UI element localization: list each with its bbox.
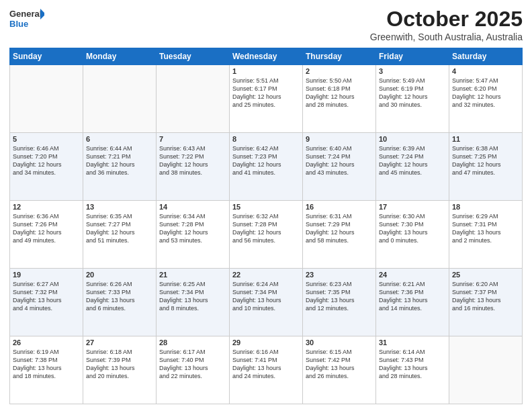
day-number: 23	[306, 271, 373, 279]
svg-text:General: General	[9, 9, 42, 19]
table-row: 9Sunrise: 6:40 AM Sunset: 7:24 PM Daylig…	[303, 133, 376, 201]
day-info: Sunrise: 6:36 AM Sunset: 7:26 PM Dayligh…	[13, 212, 80, 245]
day-info: Sunrise: 6:15 AM Sunset: 7:42 PM Dayligh…	[306, 348, 373, 381]
day-info: Sunrise: 5:51 AM Sunset: 6:17 PM Dayligh…	[232, 77, 300, 109]
day-number: 10	[379, 135, 446, 143]
day-info: Sunrise: 5:47 AM Sunset: 6:20 PM Dayligh…	[452, 77, 519, 109]
day-number: 18	[452, 203, 519, 211]
day-info: Sunrise: 6:26 AM Sunset: 7:33 PM Dayligh…	[86, 280, 153, 313]
day-number: 14	[159, 203, 226, 211]
calendar-week-row: 1Sunrise: 5:51 AM Sunset: 6:17 PM Daylig…	[10, 65, 523, 133]
table-row: 17Sunrise: 6:30 AM Sunset: 7:30 PM Dayli…	[376, 201, 449, 269]
day-number: 5	[13, 135, 80, 143]
day-number: 16	[306, 203, 373, 211]
calendar-header-row: Sunday Monday Tuesday Wednesday Thursday…	[10, 48, 523, 65]
day-number: 3	[379, 67, 446, 75]
table-row: 13Sunrise: 6:35 AM Sunset: 7:27 PM Dayli…	[83, 201, 157, 269]
day-info: Sunrise: 6:18 AM Sunset: 7:39 PM Dayligh…	[86, 348, 153, 381]
day-number: 4	[452, 67, 519, 75]
logo-svg: General Blue	[9, 7, 44, 31]
day-info: Sunrise: 6:42 AM Sunset: 7:23 PM Dayligh…	[232, 144, 300, 177]
table-row: 24Sunrise: 6:21 AM Sunset: 7:36 PM Dayli…	[376, 269, 449, 336]
day-number: 28	[159, 338, 226, 347]
table-row: 1Sunrise: 5:51 AM Sunset: 6:17 PM Daylig…	[230, 65, 303, 133]
svg-text:Blue: Blue	[9, 19, 28, 29]
table-row: 20Sunrise: 6:26 AM Sunset: 7:33 PM Dayli…	[83, 269, 157, 336]
logo: General Blue	[9, 7, 44, 31]
calendar-week-row: 5Sunrise: 6:46 AM Sunset: 7:20 PM Daylig…	[10, 133, 523, 201]
day-number: 29	[232, 338, 300, 347]
table-row: 25Sunrise: 6:20 AM Sunset: 7:37 PM Dayli…	[449, 269, 523, 336]
day-info: Sunrise: 6:40 AM Sunset: 7:24 PM Dayligh…	[306, 144, 373, 177]
day-info: Sunrise: 6:31 AM Sunset: 7:29 PM Dayligh…	[306, 212, 373, 245]
day-number: 27	[86, 338, 153, 347]
calendar-week-row: 26Sunrise: 6:19 AM Sunset: 7:38 PM Dayli…	[10, 336, 523, 404]
table-row: 21Sunrise: 6:25 AM Sunset: 7:34 PM Dayli…	[157, 269, 230, 336]
calendar-table: Sunday Monday Tuesday Wednesday Thursday…	[9, 48, 523, 404]
month-title: October 2025	[370, 7, 523, 32]
day-number: 12	[13, 203, 80, 211]
table-row: 8Sunrise: 6:42 AM Sunset: 7:23 PM Daylig…	[230, 133, 303, 201]
day-number: 19	[13, 271, 80, 279]
day-info: Sunrise: 6:29 AM Sunset: 7:31 PM Dayligh…	[452, 212, 519, 245]
col-monday: Monday	[83, 48, 157, 65]
day-info: Sunrise: 5:50 AM Sunset: 6:18 PM Dayligh…	[306, 77, 373, 109]
table-row: 26Sunrise: 6:19 AM Sunset: 7:38 PM Dayli…	[10, 336, 83, 404]
col-friday: Friday	[376, 48, 449, 65]
day-number: 7	[159, 135, 226, 143]
table-row	[449, 336, 523, 404]
header: General Blue October 2025 Greenwith, Sou…	[9, 7, 523, 42]
table-row: 23Sunrise: 6:23 AM Sunset: 7:35 PM Dayli…	[303, 269, 376, 336]
day-number: 15	[232, 203, 300, 211]
day-number: 31	[379, 338, 446, 347]
table-row: 14Sunrise: 6:34 AM Sunset: 7:28 PM Dayli…	[157, 201, 230, 269]
day-info: Sunrise: 6:46 AM Sunset: 7:20 PM Dayligh…	[13, 144, 80, 177]
calendar-week-row: 19Sunrise: 6:27 AM Sunset: 7:32 PM Dayli…	[10, 269, 523, 336]
day-number: 20	[86, 271, 153, 279]
day-info: Sunrise: 6:14 AM Sunset: 7:43 PM Dayligh…	[379, 348, 446, 381]
day-info: Sunrise: 6:25 AM Sunset: 7:34 PM Dayligh…	[159, 280, 226, 313]
table-row	[83, 65, 157, 133]
table-row: 5Sunrise: 6:46 AM Sunset: 7:20 PM Daylig…	[10, 133, 83, 201]
day-number: 8	[232, 135, 300, 143]
table-row: 6Sunrise: 6:44 AM Sunset: 7:21 PM Daylig…	[83, 133, 157, 201]
table-row: 12Sunrise: 6:36 AM Sunset: 7:26 PM Dayli…	[10, 201, 83, 269]
table-row: 2Sunrise: 5:50 AM Sunset: 6:18 PM Daylig…	[303, 65, 376, 133]
page: General Blue October 2025 Greenwith, Sou…	[0, 0, 532, 411]
day-info: Sunrise: 6:17 AM Sunset: 7:40 PM Dayligh…	[159, 348, 226, 381]
day-info: Sunrise: 6:27 AM Sunset: 7:32 PM Dayligh…	[13, 280, 80, 313]
table-row	[157, 65, 230, 133]
day-number: 22	[232, 271, 300, 279]
table-row: 4Sunrise: 5:47 AM Sunset: 6:20 PM Daylig…	[449, 65, 523, 133]
col-tuesday: Tuesday	[157, 48, 230, 65]
day-number: 6	[86, 135, 153, 143]
table-row	[10, 65, 83, 133]
table-row: 31Sunrise: 6:14 AM Sunset: 7:43 PM Dayli…	[376, 336, 449, 404]
day-number: 9	[306, 135, 373, 143]
location-subtitle: Greenwith, South Australia, Australia	[370, 32, 523, 42]
col-wednesday: Wednesday	[230, 48, 303, 65]
day-info: Sunrise: 6:44 AM Sunset: 7:21 PM Dayligh…	[86, 144, 153, 177]
day-number: 13	[86, 203, 153, 211]
day-info: Sunrise: 6:19 AM Sunset: 7:38 PM Dayligh…	[13, 348, 80, 381]
day-number: 2	[306, 67, 373, 75]
day-number: 11	[452, 135, 519, 143]
day-info: Sunrise: 6:30 AM Sunset: 7:30 PM Dayligh…	[379, 212, 446, 245]
day-info: Sunrise: 6:32 AM Sunset: 7:28 PM Dayligh…	[232, 212, 300, 245]
table-row: 30Sunrise: 6:15 AM Sunset: 7:42 PM Dayli…	[303, 336, 376, 404]
day-info: Sunrise: 6:16 AM Sunset: 7:41 PM Dayligh…	[232, 348, 300, 381]
day-info: Sunrise: 5:49 AM Sunset: 6:19 PM Dayligh…	[379, 77, 446, 109]
table-row: 29Sunrise: 6:16 AM Sunset: 7:41 PM Dayli…	[230, 336, 303, 404]
table-row: 7Sunrise: 6:43 AM Sunset: 7:22 PM Daylig…	[157, 133, 230, 201]
day-info: Sunrise: 6:24 AM Sunset: 7:34 PM Dayligh…	[232, 280, 300, 313]
day-number: 24	[379, 271, 446, 279]
calendar-week-row: 12Sunrise: 6:36 AM Sunset: 7:26 PM Dayli…	[10, 201, 523, 269]
col-saturday: Saturday	[449, 48, 523, 65]
svg-marker-1	[40, 9, 44, 19]
table-row: 22Sunrise: 6:24 AM Sunset: 7:34 PM Dayli…	[230, 269, 303, 336]
table-row: 11Sunrise: 6:38 AM Sunset: 7:25 PM Dayli…	[449, 133, 523, 201]
table-row: 15Sunrise: 6:32 AM Sunset: 7:28 PM Dayli…	[230, 201, 303, 269]
day-number: 30	[306, 338, 373, 347]
table-row: 10Sunrise: 6:39 AM Sunset: 7:24 PM Dayli…	[376, 133, 449, 201]
table-row: 19Sunrise: 6:27 AM Sunset: 7:32 PM Dayli…	[10, 269, 83, 336]
